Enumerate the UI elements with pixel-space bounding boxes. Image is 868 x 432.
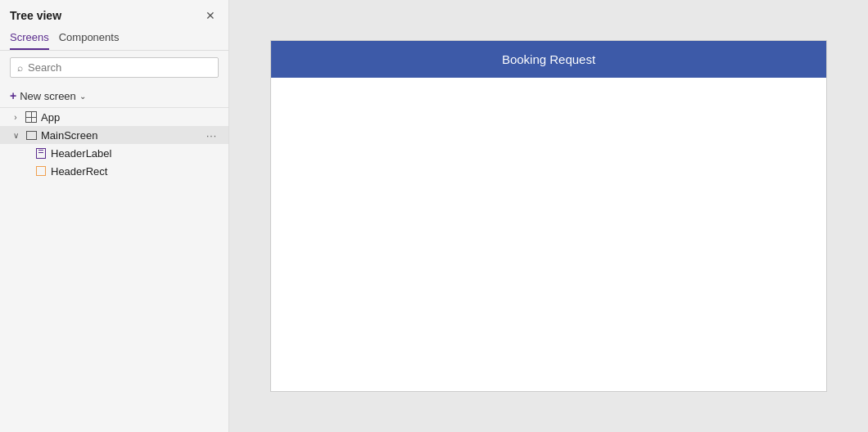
sidebar-tabs: Screens Components [0,28,228,51]
search-container: ⌕ [0,51,228,84]
search-box: ⌕ [10,57,219,78]
search-input[interactable] [28,61,211,74]
tab-screens[interactable]: Screens [10,28,49,50]
headerlabel-label: HeaderLabel [51,147,219,160]
more-dots-icon: ··· [206,130,217,142]
tree-item-app[interactable]: › App [0,108,228,126]
search-icon: ⌕ [17,62,23,74]
more-options-button[interactable]: ··· [205,128,219,142]
tree-item-mainscreen[interactable]: ∨ MainScreen ··· [0,126,228,144]
headerrect-label: HeaderRect [51,165,219,178]
plus-icon: + [10,89,16,102]
tree-item-headerrect[interactable]: HeaderRect [0,162,228,180]
canvas-frame: Booking Request [270,40,827,392]
canvas-header-bar: Booking Request [271,41,826,78]
new-screen-label: New screen [20,90,76,102]
mainscreen-label: MainScreen [41,129,201,142]
new-screen-button[interactable]: + New screen ⌄ [10,88,86,104]
canvas-body [271,78,826,391]
tree-item-headerlabel[interactable]: HeaderLabel [0,144,228,162]
new-screen-row: + New screen ⌄ [0,84,228,107]
expand-icon-app: › [10,113,21,122]
close-button[interactable]: ✕ [202,8,219,23]
tree-items: › App ∨ MainScreen ··· HeaderLabel [0,108,228,432]
sidebar-header: Tree view ✕ [0,0,228,28]
screen-icon [25,128,38,142]
label-icon [34,146,47,160]
chevron-down-icon: ⌄ [79,92,86,101]
sidebar-title: Tree view [10,9,61,22]
expand-icon-mainscreen: ∨ [10,131,21,140]
tab-components[interactable]: Components [59,28,120,50]
app-item-label: App [41,111,219,124]
app-icon [25,110,38,124]
main-canvas: Booking Request [229,0,868,432]
tree-view-sidebar: Tree view ✕ Screens Components ⌕ + New s… [0,0,229,432]
rect-icon [34,164,47,178]
canvas-header-title: Booking Request [502,52,595,66]
